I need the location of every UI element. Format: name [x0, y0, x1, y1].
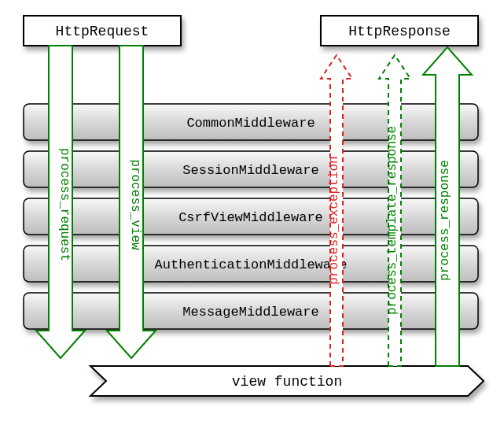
http-response-box: HttpResponse	[321, 16, 478, 46]
middleware-label: MessageMiddleware	[182, 305, 318, 320]
process-request-label: process_request	[57, 148, 72, 261]
middleware-stack: CommonMiddleware SessionMiddleware CsrfV…	[24, 104, 478, 329]
middleware-layer: MessageMiddleware	[24, 293, 478, 329]
middleware-layer: SessionMiddleware	[24, 151, 478, 187]
middleware-label: SessionMiddleware	[182, 163, 318, 178]
view-function-label: view function	[232, 374, 342, 390]
process-template-response-label: process_template_response	[385, 126, 399, 315]
middleware-layer: CsrfViewMiddleware	[24, 198, 478, 235]
http-request-label: HttpRequest	[56, 24, 149, 39]
http-response-label: HttpResponse	[348, 24, 451, 39]
http-request-box: HttpRequest	[24, 16, 181, 46]
middleware-layer: AuthenticationMiddleware	[24, 246, 478, 282]
middleware-label: CsrfViewMiddleware	[178, 210, 323, 225]
middleware-label: AuthenticationMiddleware	[155, 257, 348, 272]
process-response-label: process_response	[438, 160, 452, 281]
process-exception-label: process_exception	[327, 156, 341, 284]
middleware-label: CommonMiddleware	[186, 116, 315, 131]
view-function-box: view function	[90, 366, 484, 396]
process-view-label: process_view	[128, 159, 142, 250]
middleware-layer: CommonMiddleware	[24, 104, 478, 140]
